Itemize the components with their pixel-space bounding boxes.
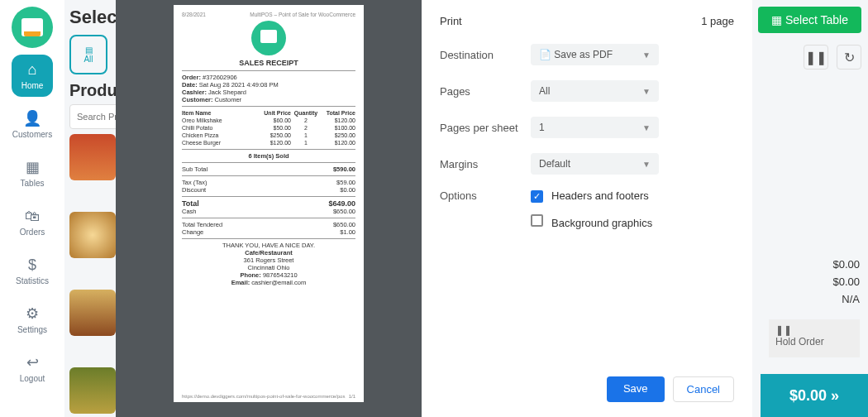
home-icon: ⌂ bbox=[24, 61, 41, 78]
table-row: Chicken Pizza$250.001$250.00 bbox=[182, 132, 355, 139]
pages-select[interactable]: All▼ bbox=[531, 80, 659, 102]
nav-label: Tables bbox=[21, 179, 45, 188]
nav-label: Settings bbox=[17, 325, 47, 334]
background-checkbox[interactable] bbox=[531, 214, 543, 227]
logout-icon: ↩ bbox=[24, 354, 41, 371]
nav-label: Statistics bbox=[16, 276, 49, 285]
sidebar: ⌂Home 👤Customers ▦Tables 🛍Orders $Statis… bbox=[0, 0, 64, 417]
nav-label: Logout bbox=[20, 374, 45, 383]
receipt-logo bbox=[251, 21, 286, 55]
product-thumb[interactable] bbox=[69, 134, 116, 180]
nav-statistics[interactable]: $Statistics bbox=[12, 250, 53, 292]
filter-label: All bbox=[83, 55, 93, 64]
settings-icon: ⚙ bbox=[24, 305, 41, 322]
pps-label: Pages per sheet bbox=[440, 122, 531, 134]
pages-label: Pages bbox=[440, 85, 531, 98]
nav-home[interactable]: ⌂Home bbox=[12, 55, 53, 97]
options-label: Options bbox=[440, 189, 531, 202]
cancel-button[interactable]: Cancel bbox=[673, 376, 734, 402]
product-thumb[interactable] bbox=[69, 367, 116, 414]
product-thumb[interactable] bbox=[69, 212, 116, 258]
print-preview: 8/28/2021MultiPOS – Point of Sale for Wo… bbox=[116, 0, 422, 417]
total-line: N/A bbox=[832, 291, 860, 309]
print-title: Print bbox=[440, 15, 462, 27]
product-thumb[interactable] bbox=[69, 290, 116, 336]
print-dialog: 8/28/2021MultiPOS – Point of Sale for Wo… bbox=[116, 0, 752, 417]
headers-label: Headers and footers bbox=[551, 189, 649, 202]
filter-all[interactable]: ▤All bbox=[69, 35, 107, 74]
nav-orders[interactable]: 🛍Orders bbox=[12, 201, 53, 243]
chevron-down-icon: ▼ bbox=[642, 123, 651, 132]
nav-label: Home bbox=[21, 81, 44, 90]
margins-label: Margins bbox=[440, 158, 531, 170]
nav-logout[interactable]: ↩Logout bbox=[12, 348, 53, 390]
headers-checkbox[interactable]: ✓ bbox=[531, 190, 543, 203]
refresh-button[interactable]: ↻ bbox=[837, 45, 861, 70]
chevron-down-icon: ▼ bbox=[642, 160, 651, 169]
nav-label: Customers bbox=[12, 130, 52, 139]
checkout-button[interactable]: $0.00 » bbox=[761, 374, 868, 417]
total-line: $0.00 bbox=[832, 274, 860, 291]
destination-label: Destination bbox=[440, 49, 531, 61]
statistics-icon: $ bbox=[24, 256, 41, 273]
items-sold: 6 Item(s) Sold bbox=[182, 152, 355, 160]
print-controls: Print1 page Destination📄 Save as PDF▼ Pa… bbox=[422, 0, 752, 417]
select-table-button[interactable]: ▦ Select Table bbox=[758, 7, 861, 33]
table-row: Cheese Burger$120.001$120.00 bbox=[182, 139, 355, 146]
receipt-paper: 8/28/2021MultiPOS – Point of Sale for Wo… bbox=[174, 5, 364, 402]
destination-select[interactable]: 📄 Save as PDF▼ bbox=[531, 44, 659, 65]
order-totals: $0.00 $0.00 N/A bbox=[832, 256, 860, 308]
nav-label: Orders bbox=[20, 228, 45, 237]
total-line: $0.00 bbox=[832, 256, 860, 274]
receipt-title: SALES RECEIPT bbox=[182, 59, 355, 67]
table-row: Oreo Milkshake$60.002$120.00 bbox=[182, 117, 355, 124]
pps-select[interactable]: 1▼ bbox=[531, 117, 659, 138]
filter-icon: ▤ bbox=[85, 46, 93, 55]
save-button[interactable]: Save bbox=[607, 376, 665, 402]
receipt-items-table: Item NameUnit PriceQuantityTotal Price O… bbox=[182, 109, 355, 146]
nav-tables[interactable]: ▦Tables bbox=[12, 152, 53, 194]
chevron-down-icon: ▼ bbox=[642, 50, 651, 60]
background-label: Background graphics bbox=[551, 217, 652, 229]
page-count: 1 page bbox=[701, 15, 734, 27]
hold-order-button[interactable]: ❚❚Hold Order bbox=[769, 319, 860, 357]
margins-select[interactable]: Default▼ bbox=[531, 153, 659, 175]
nav-customers[interactable]: 👤Customers bbox=[12, 103, 53, 146]
chevron-down-icon: ▼ bbox=[642, 87, 651, 96]
table-row: Chilli Potato$50.002$100.00 bbox=[182, 124, 355, 132]
app-logo bbox=[12, 7, 53, 48]
customers-icon: 👤 bbox=[24, 110, 41, 127]
tables-icon: ▦ bbox=[24, 159, 41, 175]
orders-icon: 🛍 bbox=[24, 208, 41, 224]
pause-button[interactable]: ❚❚ bbox=[804, 45, 828, 70]
nav-settings[interactable]: ⚙Settings bbox=[12, 299, 53, 341]
